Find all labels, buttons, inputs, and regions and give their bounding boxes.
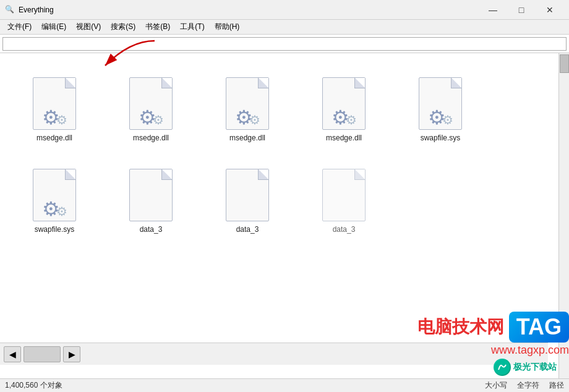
file-icon-wrapper [223, 167, 272, 223]
doc-icon [226, 169, 269, 221]
bottom-scroll-right[interactable]: ▶ [63, 346, 80, 362]
file-label: data_3 [140, 225, 163, 235]
status-bar: 1,400,560 个对象 大小写 全字符 路径 [0, 378, 569, 392]
status-path: 路径 [549, 380, 564, 391]
maximize-button[interactable]: □ [507, 0, 536, 20]
menu-search[interactable]: 搜索(S) [106, 20, 140, 33]
file-icon-wrapper [319, 167, 369, 223]
bottom-scroll-thumb[interactable] [24, 346, 61, 362]
scrollbar-thumb[interactable] [560, 54, 569, 73]
doc-icon [129, 169, 173, 221]
file-item[interactable]: data_3 [204, 153, 291, 240]
file-item[interactable]: ⚙ ⚙ msedge.dll [301, 62, 387, 148]
file-label: swapfile.sys [35, 225, 75, 235]
status-case: 大小写 [485, 380, 507, 391]
file-grid: ⚙ ⚙ msedge.dll ⚙ ⚙ msedge.dll [0, 53, 558, 249]
menu-bar: 文件(F) 编辑(E) 视图(V) 搜索(S) 书签(B) 工具(T) 帮助(H… [0, 20, 569, 35]
window-title: Everything [19, 6, 54, 14]
file-icon-wrapper: ⚙ ⚙ [223, 75, 272, 131]
file-icon-wrapper: ⚙ ⚙ [416, 75, 465, 131]
menu-help[interactable]: 帮助(H) [210, 20, 245, 33]
menu-bookmark[interactable]: 书签(B) [140, 20, 175, 33]
gear-overlay: ⚙ ⚙ [139, 108, 164, 127]
file-label: msedge.dll [133, 134, 169, 143]
gear-big-icon: ⚙ [235, 108, 253, 127]
file-label: data_3 [333, 225, 356, 235]
minimize-button[interactable]: — [479, 0, 507, 20]
main-area: ⚙ ⚙ msedge.dll ⚙ ⚙ msedge.dll [0, 53, 569, 378]
file-item[interactable]: ⚙ ⚙ swapfile.sys [11, 153, 98, 240]
file-icon-wrapper: ⚙ ⚙ [30, 75, 79, 131]
bottom-scroll-left[interactable]: ◀ [4, 346, 21, 362]
gear-overlay: ⚙ ⚙ [235, 108, 260, 127]
file-label: swapfile.sys [421, 134, 461, 143]
file-icon-wrapper: ⚙ ⚙ [30, 167, 79, 223]
search-bar [0, 35, 569, 53]
menu-tools[interactable]: 工具(T) [175, 20, 209, 33]
gear-overlay: ⚙ ⚙ [42, 199, 67, 219]
file-item[interactable]: ⚙ ⚙ msedge.dll [204, 62, 291, 148]
file-icon-wrapper: ⚙ ⚙ [319, 75, 369, 131]
search-input[interactable] [2, 37, 567, 51]
doc-icon [322, 169, 366, 221]
file-label: msedge.dll [36, 134, 72, 143]
gear-overlay: ⚙ ⚙ [332, 108, 357, 127]
gear-big-icon: ⚙ [42, 108, 60, 127]
gear-overlay: ⚙ ⚙ [42, 108, 67, 127]
file-label: msedge.dll [229, 134, 265, 143]
file-icon-wrapper [126, 167, 176, 223]
file-item[interactable]: data_3 [108, 153, 194, 240]
gear-big-icon: ⚙ [42, 199, 60, 219]
file-item[interactable]: ⚙ ⚙ msedge.dll [108, 62, 194, 148]
file-label: data_3 [236, 225, 259, 235]
file-item[interactable]: ⚙ ⚙ msedge.dll [11, 62, 98, 148]
scrollbar-track[interactable] [558, 53, 569, 378]
gear-big-icon: ⚙ [428, 108, 446, 127]
bottom-icons-bar: ◀ ▶ [0, 343, 548, 365]
content-area: ⚙ ⚙ msedge.dll ⚙ ⚙ msedge.dll [0, 53, 558, 378]
menu-view[interactable]: 视图(V) [71, 20, 106, 33]
title-bar-left: 🔍 Everything [5, 5, 54, 15]
gear-overlay: ⚙ ⚙ [428, 108, 453, 127]
gear-big-icon: ⚙ [332, 108, 349, 127]
file-item[interactable]: ⚙ ⚙ swapfile.sys [397, 62, 484, 148]
status-count: 1,400,560 个对象 [5, 380, 62, 391]
file-label: msedge.dll [326, 134, 362, 143]
status-whole: 全字符 [517, 380, 539, 391]
menu-edit[interactable]: 编辑(E) [36, 20, 71, 33]
app-icon: 🔍 [5, 5, 15, 15]
close-button[interactable]: ✕ [536, 0, 564, 20]
title-bar-controls: — □ ✕ [479, 0, 564, 20]
title-bar: 🔍 Everything — □ ✕ [0, 0, 569, 20]
file-item[interactable]: data_3 [301, 153, 387, 240]
gear-big-icon: ⚙ [139, 108, 156, 127]
file-icon-wrapper: ⚙ ⚙ [126, 75, 176, 131]
menu-file[interactable]: 文件(F) [2, 20, 36, 33]
